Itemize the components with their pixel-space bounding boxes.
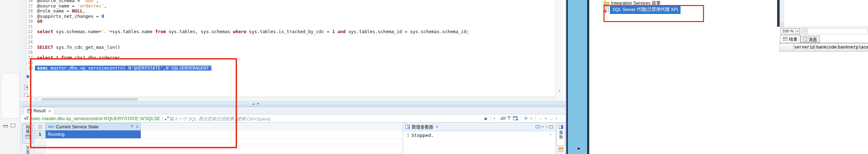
ssms-grid-corner [780,43,793,52]
minimize-panel-icon[interactable]: ▿ [545,125,547,129]
code-text: select sys.schemas.name+'.'+sys.tables.n… [35,29,469,35]
code-line-27[interactable]: 27select * from cbs1.dbo.orderrec [27,55,555,61]
line-number: 18 [27,9,35,14]
scroll-left-icon[interactable]: ‹ [35,97,37,101]
code-text [35,40,37,45]
results-grid-icon [783,37,787,41]
tree-item-sql-server-agent[interactable]: SQL Server 代理(已禁用代理 XP) [603,6,680,14]
refresh-icon[interactable]: ⟳ [523,116,529,121]
code-line-18[interactable]: 18@role_name = NULL, [27,9,555,14]
forward-icon[interactable]: → [548,116,554,120]
result-filter-bar: ◂T exec master.dbo.xp_servicecontrol N'Q… [21,114,566,123]
maximize-panel-icon[interactable] [11,124,15,127]
result-tab-label: Result [34,108,46,113]
line-number: 21 [27,24,35,30]
eraser-icon [500,117,506,120]
line-number: 27 [27,55,35,61]
overflow-dots-icon[interactable]: ⋯ [24,79,31,84]
orange-grid-icon[interactable] [559,148,563,152]
ssms-column-banknetplace[interactable]: banknetplace [837,43,868,52]
value-viewer-tab-bar: 数值查看器 ✕ ▾ ▿ [403,123,555,131]
tab-result[interactable]: Result ✕ [24,107,55,114]
scroll-left-button[interactable]: ‹ [801,28,807,34]
code-line-17[interactable]: 17@source_name = 'orderrec', [27,4,555,9]
tab-text-view[interactable]: 文本 [22,145,33,154]
tab-grid-view[interactable]: 网格 [22,124,33,144]
horizontal-scroll-thumb[interactable] [42,98,138,101]
editor-horizontal-scrollbar[interactable]: ‹ [21,97,555,101]
code-line-23[interactable]: 23 [27,35,555,40]
back-icon[interactable]: ← [538,116,544,120]
editor-vertical-scrollbar[interactable]: ∨ [555,0,563,101]
code-line-22[interactable]: 22select sys.schemas.name+'.'+sys.tables… [27,29,555,35]
code-line-24[interactable]: 24 [27,40,555,45]
grid-corner-cell[interactable] [34,123,46,130]
code-line-25[interactable]: 25SELECT sys.fn_cdc_get_max_lsn() [27,45,555,50]
row-header-1[interactable]: 1 [34,130,46,138]
code-text: exec master.dbo.xp_servicecontrol N'QUER… [35,66,211,71]
code-text: GO [35,19,42,24]
row-header-empty [34,146,46,153]
code-line-28[interactable]: 28 [27,60,555,66]
scroll-down-icon[interactable]: ∨ [555,88,563,92]
panel-icon [559,125,563,129]
splitter-arrows-icon[interactable]: ▲▼ [252,102,261,106]
column-filter-icon[interactable] [130,125,134,128]
code-text [35,24,37,30]
restore-panel-icon[interactable] [3,125,8,127]
save-filter-icon[interactable] [506,116,512,121]
code-line-19[interactable]: 19@supports_net_changes = 0 [27,14,555,19]
tab-messages[interactable]: 消息 [800,36,820,43]
gear-flower-icon[interactable]: ✱ [24,74,31,79]
script-next-icon[interactable] [24,85,31,90]
collapsed-arrow-icon[interactable]: ▶ [578,147,580,150]
run-filter-icon[interactable]: ▶ [483,117,489,120]
line-number: 16 [27,0,35,4]
eraser-icon[interactable] [500,116,506,120]
code-line-20[interactable]: 20GO [27,19,555,24]
result-filter-input[interactable]: exec master.dbo.xp_servicecontrol N'QUER… [31,116,160,121]
run-filter-dropdown-icon[interactable]: ▾ [492,117,497,120]
panels-tab-strip: 面板 [555,123,566,154]
book-icon[interactable] [535,125,540,129]
sql-editor[interactable]: 16@source_schema = 'dbo',17@source_name … [21,0,555,97]
results-tab-label: 结果 [789,36,797,42]
grid-row-line [34,153,403,154]
back-dropdown-icon[interactable]: ▾ [544,117,548,120]
ssms-editor-scrollbar[interactable] [780,0,784,21]
column-header-current-service-state[interactable]: ABC Current Service State ⇅ [46,123,141,130]
tab-panels[interactable]: 面板 [556,124,565,146]
cell-running[interactable]: Running. [46,130,141,138]
tab-results[interactable]: 结果 [780,35,800,43]
expand-filter-icon[interactable] [165,116,169,120]
editor-results-splitter[interactable]: ▲▼ [21,101,566,107]
value-viewer-content[interactable]: 1Stopped. ∧ [403,131,555,154]
filter-type-icon[interactable]: ◂T [24,116,29,121]
tree-item-label-selected: SQL Server 代理(已禁用代理 XP) [610,6,680,14]
ssms-horizontal-scrollbar[interactable] [807,28,867,34]
scroll-up-icon[interactable]: ∧ [550,133,551,136]
chevron-down-icon[interactable]: ▾ [542,125,544,128]
ssms-column-serverid[interactable]: serverid [793,43,816,52]
grid-config-icon [513,116,518,120]
close-icon[interactable]: ✕ [48,109,51,113]
value-line-number: 1 [407,133,409,138]
forward-dropdown-icon[interactable]: ▾ [554,117,559,120]
grid-config-icon[interactable] [512,116,518,121]
panels-label: 面板 [558,130,564,139]
chevron-down-icon[interactable]: ▾ [795,29,800,34]
ssms-column-bankcode[interactable]: bankcode [815,43,838,52]
close-icon[interactable]: ✕ [436,125,438,129]
code-line-26[interactable]: 26 [27,50,555,55]
zoom-level-select[interactable]: 100 % ▾ [781,28,800,34]
refresh-dropdown-icon[interactable]: ▾ [529,117,533,120]
line-number: 19 [27,14,35,19]
tree-item-integration-services[interactable]: Integration Services 目录 [604,0,661,5]
maximize-panel-icon[interactable] [549,125,553,128]
column-sort-icon[interactable]: ⇅ [136,125,139,129]
line-number: 25 [27,45,35,50]
grid-icon [27,109,32,113]
code-line-29[interactable]: 29exec master.dbo.xp_servicecontrol N'QU… [27,66,555,71]
ssms-result-tabs: 结果 消息 [780,35,868,43]
code-line-21[interactable]: 21 [27,24,555,30]
